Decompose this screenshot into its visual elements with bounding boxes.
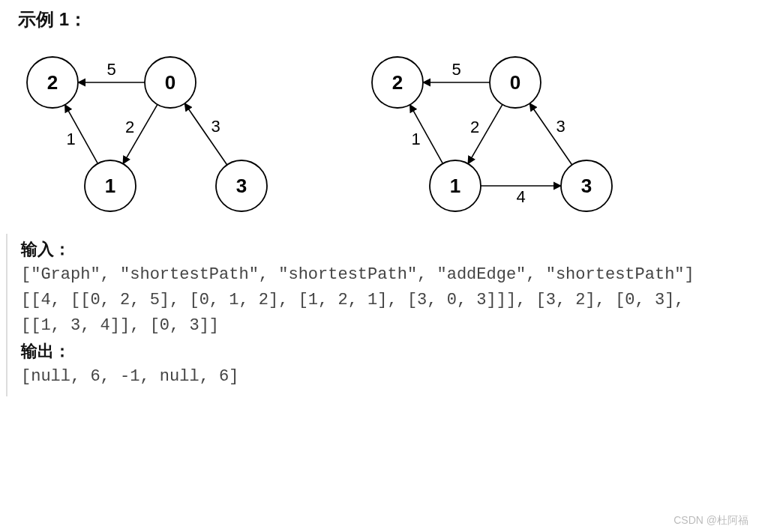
edge-weight: 3: [212, 117, 220, 136]
graph-node-label: 0: [510, 71, 520, 94]
output-line: [null, 6, -1, null, 6]: [21, 364, 726, 390]
edge-weight: 1: [411, 130, 420, 148]
input-line-2: [[4, [[0, 2, 5], [0, 1, 2], [1, 2, 1], […: [21, 288, 726, 339]
io-block: 输入： ["Graph", "shortestPath", "shortestP…: [6, 234, 765, 396]
output-label: 输出：: [21, 339, 765, 364]
graph-node-label: 1: [450, 175, 460, 197]
graph-node-label: 3: [236, 175, 247, 197]
edge: [184, 103, 226, 165]
edge-weight: 5: [106, 60, 116, 79]
edge-weight: 4: [516, 187, 525, 206]
edge-weight: 3: [556, 117, 566, 136]
edge-weight: 2: [470, 118, 479, 136]
edge-weight: 1: [66, 130, 75, 148]
graph-right: 521340123: [369, 36, 639, 231]
graph-node-label: 1: [105, 175, 116, 197]
input-label: 输入：: [21, 237, 765, 262]
edge-weight: 2: [125, 118, 134, 136]
graph-left: 52130123: [24, 36, 294, 231]
watermark: CSDN @杜阿福: [674, 514, 748, 528]
example-title: 示例 1：: [18, 7, 765, 31]
graphs-row: 52130123 521340123: [24, 36, 765, 231]
graph-node-label: 2: [47, 71, 58, 94]
graph-node-label: 0: [165, 71, 176, 94]
edge: [530, 103, 572, 165]
graph-node-label: 3: [581, 175, 592, 197]
edge-weight: 5: [452, 60, 460, 79]
input-line-1: ["Graph", "shortestPath", "shortestPath"…: [21, 262, 726, 288]
graph-node-label: 2: [392, 71, 403, 94]
